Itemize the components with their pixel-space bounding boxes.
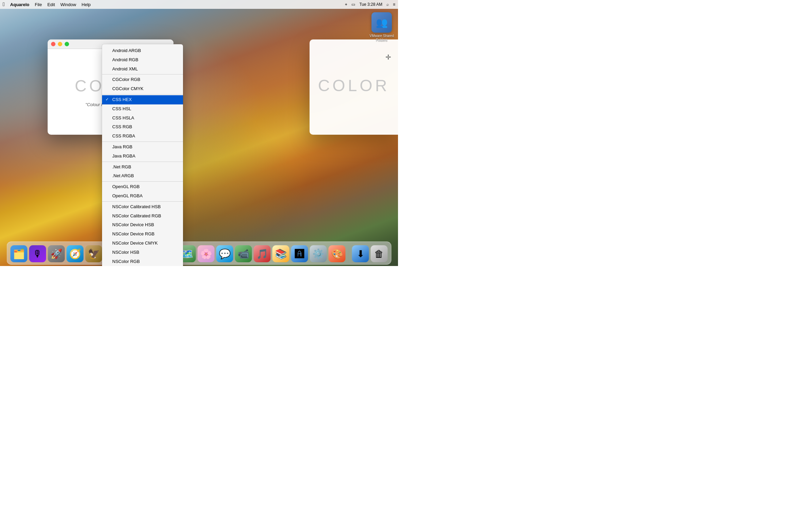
- menu-group-android: Android ARGB Android RGB Android XML: [102, 46, 183, 74]
- desktop:  Aquarelo File Edit Window Help ⌖ ▭ Tue…: [0, 0, 398, 266]
- dock: 🗂️ 🎙 🚀 🧭 🦅 📔 MAR20 📝 🎨 🗺️ 🌸 💬 📹 🎵 📚 🅰 ⚙️…: [7, 242, 392, 265]
- menu-item-opengl-rgba[interactable]: OpenGL RGBA: [102, 192, 183, 201]
- dock-item-aquarelo[interactable]: 🎨: [329, 245, 346, 262]
- menu-item-css-rgba[interactable]: CSS RGBA: [102, 132, 183, 141]
- menubar-icon-airdrop[interactable]: ⌖: [345, 2, 347, 7]
- dock-item-safari[interactable]: 🧭: [67, 245, 84, 262]
- menubar-time: Tue 3:28 AM: [359, 2, 382, 7]
- menu-item-opengl-rgb[interactable]: OpenGL RGB: [102, 182, 183, 192]
- dock-item-music[interactable]: 🎵: [254, 245, 271, 262]
- menu-item-android-rgb[interactable]: Android RGB: [102, 55, 183, 65]
- menubar:  Aquarelo File Edit Window Help ⌖ ▭ Tue…: [0, 0, 398, 9]
- menu-item-css-hsla[interactable]: CSS HSLA: [102, 114, 183, 123]
- menu-group-css: CSS HEX CSS HSL CSS HSLA CSS RGB CSS RGB…: [102, 94, 183, 142]
- maximize-button[interactable]: [65, 42, 69, 46]
- menu-item-java-rgba[interactable]: Java RGBA: [102, 152, 183, 161]
- menu-item-java-rgb[interactable]: Java RGB: [102, 143, 183, 152]
- menu-item-net-rgb[interactable]: .Net RGB: [102, 163, 183, 172]
- menu-item-android-argb[interactable]: Android ARGB: [102, 46, 183, 55]
- vmware-icon[interactable]: 👥 VMware SharedFolders: [369, 12, 394, 42]
- dock-item-books[interactable]: 📚: [272, 245, 289, 262]
- menu-item-net-argb[interactable]: .Net ARGB: [102, 171, 183, 181]
- menu-item-cgcolor-cmyk[interactable]: CGColor CMYK: [102, 84, 183, 94]
- move-icon: ✛: [385, 53, 391, 61]
- menu-help[interactable]: Help: [82, 2, 91, 7]
- dock-item-facetime[interactable]: 📹: [235, 245, 252, 262]
- menu-item-css-hsl[interactable]: CSS HSL: [102, 104, 183, 114]
- menubar-icon-list[interactable]: ≡: [393, 2, 395, 7]
- menu-group-cgcolor: CGColor RGB CGColor CMYK: [102, 74, 183, 94]
- menu-item-nscolor-cal-hsb[interactable]: NSColor Calibrated HSB: [102, 202, 183, 212]
- format-dropdown-menu: Android ARGB Android RGB Android XML CGC…: [102, 44, 183, 266]
- menu-item-android-xml[interactable]: Android XML: [102, 65, 183, 74]
- dock-item-launchpad[interactable]: 🚀: [48, 245, 65, 262]
- apple-menu[interactable]: : [3, 1, 5, 7]
- menu-group-dotnet: .Net RGB .Net ARGB: [102, 162, 183, 182]
- menu-item-nscolor-dev-cmyk[interactable]: NSColor Device CMYK: [102, 239, 183, 248]
- dock-item-systemprefs[interactable]: ⚙️: [310, 245, 327, 262]
- menu-group-java: Java RGB Java RGBA: [102, 142, 183, 162]
- dock-item-eagle[interactable]: 🦅: [85, 245, 102, 262]
- menubar-icon-screen[interactable]: ▭: [351, 2, 355, 7]
- menu-file[interactable]: File: [35, 2, 42, 7]
- menubar-icon-search[interactable]: ⌕: [386, 2, 389, 7]
- close-button[interactable]: [51, 42, 55, 46]
- dock-item-photos[interactable]: 🌸: [198, 245, 215, 262]
- minimize-button[interactable]: [58, 42, 62, 46]
- dock-item-appstore[interactable]: 🅰: [291, 245, 308, 262]
- menu-group-nscolor: NSColor Calibrated HSB NSColor Calibrate…: [102, 201, 183, 266]
- dock-separator: [349, 249, 349, 262]
- app-name[interactable]: Aquarelo: [10, 2, 29, 7]
- dock-item-siri[interactable]: 🎙: [29, 245, 46, 262]
- color-label-right: COLOR: [318, 76, 390, 95]
- menu-edit[interactable]: Edit: [47, 2, 55, 7]
- secondary-app-window: ✛ COLOR: [310, 39, 398, 135]
- vmware-icon-image: 👥: [371, 12, 392, 33]
- menu-item-nscolor-hsb[interactable]: NSColor HSB: [102, 248, 183, 257]
- menu-item-nscolor-cal-rgb[interactable]: NSColor Calibrated RGB: [102, 212, 183, 221]
- menu-window[interactable]: Window: [61, 2, 76, 7]
- menu-item-nscolor-dev-rgb[interactable]: NSColor Device RGB: [102, 230, 183, 239]
- menu-item-css-rgb[interactable]: CSS RGB: [102, 122, 183, 132]
- menu-item-nscolor-dev-hsb[interactable]: NSColor Device HSB: [102, 220, 183, 230]
- menu-group-opengl: OpenGL RGB OpenGL RGBA: [102, 181, 183, 201]
- menu-item-css-hex[interactable]: CSS HEX: [102, 95, 183, 104]
- dock-item-finder[interactable]: 🗂️: [11, 245, 28, 262]
- dock-item-downloads[interactable]: ⬇: [352, 245, 369, 262]
- vmware-label: VMware SharedFolders: [369, 34, 394, 42]
- menu-item-nscolor-rgb[interactable]: NSColor RGB: [102, 257, 183, 266]
- dock-item-trash[interactable]: 🗑: [371, 245, 388, 262]
- dock-item-messages[interactable]: 💬: [216, 245, 233, 262]
- menu-item-cgcolor-rgb[interactable]: CGColor RGB: [102, 75, 183, 84]
